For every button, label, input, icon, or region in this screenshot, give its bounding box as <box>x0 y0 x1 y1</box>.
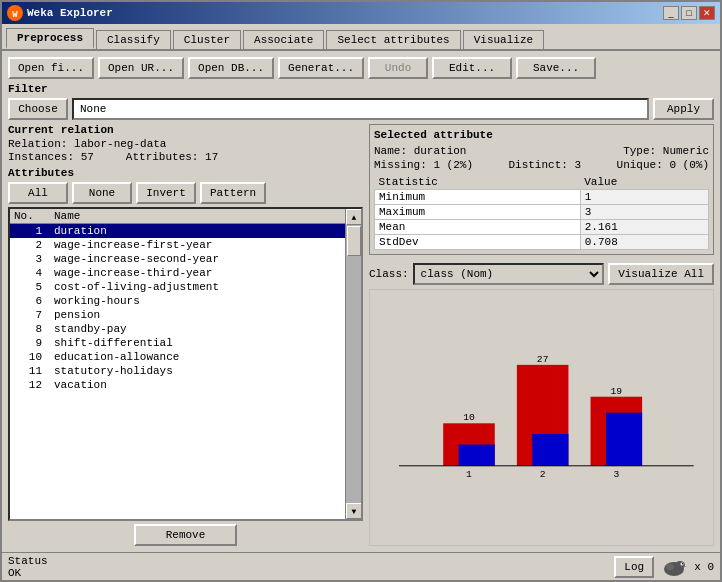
attr-number: 4 <box>10 266 50 280</box>
attribute-row[interactable]: 10 education-allowance <box>10 350 345 364</box>
open-file-button[interactable]: Open fi... <box>8 57 94 79</box>
selected-attribute-title: Selected attribute <box>374 129 709 141</box>
missing-row: Missing: 1 (2%) <box>374 159 473 171</box>
attr-type-value: Numeric <box>663 145 709 157</box>
open-db-button[interactable]: Open DB... <box>188 57 274 79</box>
instances-label: Instances: <box>8 151 74 163</box>
stats-table: Statistic Value Minimum 1 Maximum 3 Mean… <box>374 175 709 250</box>
log-button[interactable]: Log <box>614 556 654 578</box>
stat-name: Maximum <box>375 205 581 220</box>
attribute-row[interactable]: 8 standby-pay <box>10 322 345 336</box>
attr-name-cell: pension <box>50 308 345 322</box>
scroll-up-button[interactable]: ▲ <box>346 209 362 225</box>
scroll-thumb[interactable] <box>347 226 361 256</box>
scroll-down-button[interactable]: ▼ <box>346 503 362 519</box>
save-button[interactable]: Save... <box>516 57 596 79</box>
tab-visualize[interactable]: Visualize <box>463 30 544 49</box>
stat-name: Minimum <box>375 190 581 205</box>
visualize-all-button[interactable]: Visualize All <box>608 263 714 285</box>
maximize-button[interactable]: □ <box>681 6 697 20</box>
svg-text:10: 10 <box>463 412 475 423</box>
tab-select-attributes[interactable]: Select attributes <box>326 30 460 49</box>
minimize-button[interactable]: _ <box>663 6 679 20</box>
pattern-button[interactable]: Pattern <box>200 182 266 204</box>
tab-classify[interactable]: Classify <box>96 30 171 49</box>
class-select[interactable]: class (Nom) <box>413 263 605 285</box>
generate-button[interactable]: Generat... <box>278 57 364 79</box>
attr-number: 10 <box>10 350 50 364</box>
all-button[interactable]: All <box>8 182 68 204</box>
attr-name-cell: education-allowance <box>50 350 345 364</box>
stat-name: StdDev <box>375 235 581 250</box>
attr-name-row: Name: duration <box>374 145 466 157</box>
attr-number: 1 <box>10 224 50 239</box>
svg-text:W: W <box>12 10 18 20</box>
stat-col2: Value <box>580 175 708 190</box>
attribute-row[interactable]: 4 wage-increase-third-year <box>10 266 345 280</box>
attribute-row[interactable]: 5 cost-of-living-adjustment <box>10 280 345 294</box>
edit-button[interactable]: Edit... <box>432 57 512 79</box>
filter-value: None <box>72 98 649 120</box>
close-button[interactable]: ✕ <box>699 6 715 20</box>
attributes-title: Attributes <box>8 167 363 179</box>
invert-button[interactable]: Invert <box>136 182 196 204</box>
tab-preprocess[interactable]: Preprocess <box>6 28 94 49</box>
attr-name-cell: shift-differential <box>50 336 345 350</box>
title-bar: W Weka Explorer _ □ ✕ <box>2 2 720 24</box>
relation-row: Relation: labor-neg-data <box>8 138 166 150</box>
attributes-row: Attributes: 17 <box>126 151 218 163</box>
stat-col1: Statistic <box>375 175 581 190</box>
attribute-row[interactable]: 6 working-hours <box>10 294 345 308</box>
attribute-row[interactable]: 12 vacation <box>10 378 345 392</box>
attr-number: 9 <box>10 336 50 350</box>
col-no: No. <box>10 209 50 224</box>
svg-rect-12 <box>606 413 642 466</box>
attr-name-value: duration <box>414 145 467 157</box>
attribute-row[interactable]: 2 wage-increase-first-year <box>10 238 345 252</box>
attr-name-cell: wage-increase-second-year <box>50 252 345 266</box>
stat-value: 0.708 <box>580 235 708 250</box>
attributes-scroll-area[interactable]: No. Name 1 duration 2 wage-increase-firs… <box>10 209 345 519</box>
stat-name: Mean <box>375 220 581 235</box>
svg-point-21 <box>666 564 674 570</box>
selected-attribute-box: Selected attribute Name: duration Type: … <box>369 124 714 255</box>
none-button[interactable]: None <box>72 182 132 204</box>
distinct-label: Distinct: <box>508 159 567 171</box>
attributes-section: Attributes All None Invert Pattern <box>8 167 363 546</box>
attribute-row[interactable]: 9 shift-differential <box>10 336 345 350</box>
apply-button[interactable]: Apply <box>653 98 714 120</box>
attr-number: 7 <box>10 308 50 322</box>
choose-button[interactable]: Choose <box>8 98 68 120</box>
open-url-button[interactable]: Open UR... <box>98 57 184 79</box>
stat-row: Mean 2.161 <box>375 220 709 235</box>
vertical-scrollbar[interactable]: ▲ ▼ <box>345 209 361 519</box>
svg-marker-20 <box>684 566 687 567</box>
current-relation-title: Current relation <box>8 124 363 136</box>
attribute-row[interactable]: 11 statutory-holidays <box>10 364 345 378</box>
undo-button[interactable]: Undo <box>368 57 428 79</box>
status-value: OK <box>8 567 48 579</box>
attr-number: 3 <box>10 252 50 266</box>
attributes-table-container: No. Name 1 duration 2 wage-increase-firs… <box>8 207 363 521</box>
tabs-bar: Preprocess Classify Cluster Associate Se… <box>2 24 720 51</box>
remove-row: Remove <box>8 524 363 546</box>
stat-value: 2.161 <box>580 220 708 235</box>
attr-name-cell: standby-pay <box>50 322 345 336</box>
tab-associate[interactable]: Associate <box>243 30 324 49</box>
instances-row: Instances: 57 <box>8 151 94 163</box>
stat-value: 1 <box>580 190 708 205</box>
attr-number: 11 <box>10 364 50 378</box>
attr-name-cell: vacation <box>50 378 345 392</box>
tab-cluster[interactable]: Cluster <box>173 30 241 49</box>
remove-button[interactable]: Remove <box>134 524 238 546</box>
unique-row: Unique: 0 (0%) <box>617 159 709 171</box>
status-label: Status <box>8 555 48 567</box>
attribute-row[interactable]: 3 wage-increase-second-year <box>10 252 345 266</box>
distinct-value: 3 <box>575 159 582 171</box>
class-row: Class: class (Nom) Visualize All <box>369 263 714 285</box>
attribute-row[interactable]: 7 pension <box>10 308 345 322</box>
svg-text:3: 3 <box>613 469 619 480</box>
attr-name-cell: working-hours <box>50 294 345 308</box>
attribute-row[interactable]: 1 duration <box>10 224 345 239</box>
histogram-chart: 101272193 <box>370 290 713 545</box>
